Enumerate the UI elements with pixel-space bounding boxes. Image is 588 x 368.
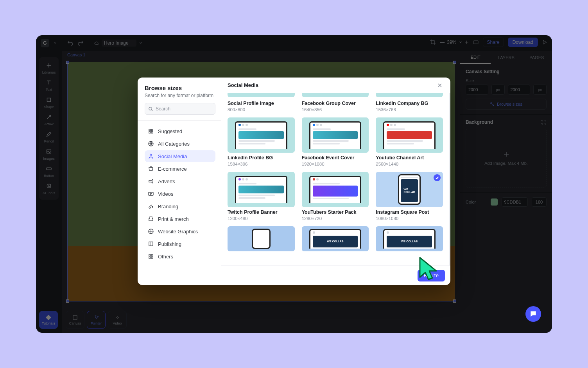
tool-images[interactable]: Images: [40, 146, 57, 163]
category-adverts[interactable]: Adverts: [145, 175, 215, 187]
browse-sizes-modal: Browse sizes Search for any format or pl…: [138, 78, 450, 285]
selection-handle[interactable]: [66, 61, 69, 64]
svg-point-10: [545, 123, 546, 124]
category-e-commerce[interactable]: E-commerce: [145, 163, 215, 175]
background-dropzone[interactable]: Add Image. Max 4 Mb.: [466, 129, 547, 188]
tool-pencil[interactable]: Pencil: [40, 128, 57, 146]
play-icon[interactable]: [542, 40, 547, 45]
share-button[interactable]: Share: [483, 38, 504, 47]
height-unit[interactable]: px: [533, 85, 547, 95]
document-name[interactable]: Hero Image: [94, 40, 143, 47]
bottom-pointer[interactable]: Pointer: [87, 311, 106, 329]
selection-handle[interactable]: [66, 299, 69, 303]
color-hex-input[interactable]: 9CDDB1: [502, 197, 528, 207]
category-suggested[interactable]: Suggested: [145, 125, 215, 137]
category-list: SuggestedAll CategoriesSocial MediaE-com…: [145, 125, 215, 262]
crop-icon[interactable]: [430, 39, 436, 45]
color-opacity-input[interactable]: 100: [532, 197, 547, 207]
svg-rect-19: [149, 254, 151, 256]
size-card[interactable]: Twitch Profile Banner1200×480: [228, 172, 295, 221]
size-card[interactable]: Social Profile Image800×800: [228, 93, 295, 112]
size-card[interactable]: WE COLLAB: [376, 226, 443, 251]
app-logo[interactable]: G: [41, 39, 49, 47]
top-bar: G Hero Image — 39% + Share Download: [36, 35, 552, 51]
background-title: Background: [466, 119, 493, 125]
browse-sizes-button[interactable]: Browse sizes: [466, 99, 547, 110]
tool-ai[interactable]: AI Tools: [40, 180, 57, 197]
svg-rect-21: [149, 257, 151, 258]
svg-point-17: [152, 207, 153, 208]
size-card[interactable]: Facebook Group Cover1640×856: [302, 93, 369, 112]
svg-point-15: [149, 207, 151, 208]
selection-handle[interactable]: [453, 299, 456, 303]
app-window: G Hero Image — 39% + Share Download: [36, 35, 552, 333]
zoom-minus-icon[interactable]: —: [440, 40, 445, 45]
logo-menu-chevron-icon[interactable]: [53, 41, 57, 45]
undo-icon[interactable]: [67, 40, 74, 46]
width-unit[interactable]: px: [491, 85, 505, 95]
category-social-media[interactable]: Social Media: [145, 150, 215, 162]
category-videos[interactable]: Videos: [145, 188, 215, 200]
search-input[interactable]: Search: [145, 103, 215, 115]
bottom-tutorials[interactable]: Tutorials: [39, 311, 58, 329]
size-card[interactable]: Youtube Channel Art2560×1440: [376, 117, 443, 166]
color-swatch[interactable]: [491, 198, 498, 206]
category-publishing[interactable]: Publishing: [145, 238, 215, 250]
size-card[interactable]: YouTubers Starter Pack1280×720: [302, 172, 369, 221]
panel-tabs: EDIT LAYERS PAGES: [460, 51, 552, 64]
category-website-graphics[interactable]: Website Graphics: [145, 225, 215, 237]
tool-button[interactable]: Button: [40, 163, 57, 180]
svg-point-8: [545, 120, 546, 121]
close-button[interactable]: [436, 81, 444, 90]
tab-layers[interactable]: LAYERS: [491, 51, 521, 64]
size-card[interactable]: [228, 226, 295, 251]
zoom-plus-icon[interactable]: +: [465, 39, 468, 46]
modal-title: Browse sizes: [145, 85, 215, 91]
selection-handle[interactable]: [453, 61, 456, 64]
zoom-chevron-icon[interactable]: [459, 40, 463, 44]
cloud-icon: [94, 40, 99, 46]
tab-pages[interactable]: PAGES: [522, 51, 552, 64]
modal-sidebar: Browse sizes Search for any format or pl…: [138, 78, 221, 285]
category-others[interactable]: Others: [145, 251, 215, 262]
resize-icon: [490, 102, 495, 106]
category-all-categories[interactable]: All Categories: [145, 138, 215, 150]
width-input[interactable]: 2000: [466, 85, 488, 95]
help-chat-button[interactable]: [525, 306, 541, 322]
tool-libraries[interactable]: Libraries: [40, 60, 57, 77]
bottom-video[interactable]: Video: [108, 311, 127, 329]
svg-rect-5: [46, 315, 51, 320]
size-label: Size: [466, 78, 547, 83]
doc-chevron-icon[interactable]: [139, 41, 143, 45]
size-card[interactable]: LinkedIn Profile BG1584×396: [228, 117, 295, 166]
redo-icon[interactable]: [77, 40, 84, 46]
frame-icon[interactable]: [473, 39, 479, 45]
download-button[interactable]: Download: [508, 38, 538, 47]
tab-edit[interactable]: EDIT: [460, 51, 491, 64]
right-panel: EDIT LAYERS PAGES Canvas Setting Size 20…: [460, 51, 552, 333]
search-icon: [148, 106, 153, 112]
svg-rect-22: [151, 257, 153, 258]
category-branding[interactable]: Branding: [145, 200, 215, 212]
left-toolbox: Libraries Text Shape Arrow Pencil Images…: [39, 57, 59, 200]
category-print-merch[interactable]: Print & merch: [145, 213, 215, 225]
svg-rect-6: [73, 316, 77, 319]
size-grid: Social Profile Image800×800Facebook Grou…: [228, 93, 443, 251]
tool-shape[interactable]: Shape: [40, 94, 57, 111]
height-input[interactable]: 2000: [508, 85, 531, 95]
modal-subtitle: Search for any format or platform: [145, 93, 215, 98]
tool-text[interactable]: Text: [40, 77, 57, 94]
chat-icon: [529, 310, 537, 318]
svg-rect-4: [47, 184, 51, 188]
zoom-control[interactable]: — 39% +: [440, 39, 468, 46]
tool-arrow[interactable]: Arrow: [40, 111, 57, 128]
pattern-icon[interactable]: [541, 119, 547, 125]
svg-rect-2: [47, 150, 51, 153]
size-card[interactable]: WECOLLABInstagram Square Post1080×1080: [376, 172, 443, 221]
size-card[interactable]: Facebook Event Cover1920×1080: [302, 117, 369, 166]
size-card[interactable]: WE COLLAB: [302, 226, 369, 251]
size-card[interactable]: LinkedIn Company BG1536×768: [376, 93, 443, 112]
bottom-canvas[interactable]: Canvas: [66, 311, 84, 329]
canvas-tab[interactable]: Canvas 1: [67, 52, 85, 57]
canvas-setting-title: Canvas Setting: [466, 69, 547, 74]
